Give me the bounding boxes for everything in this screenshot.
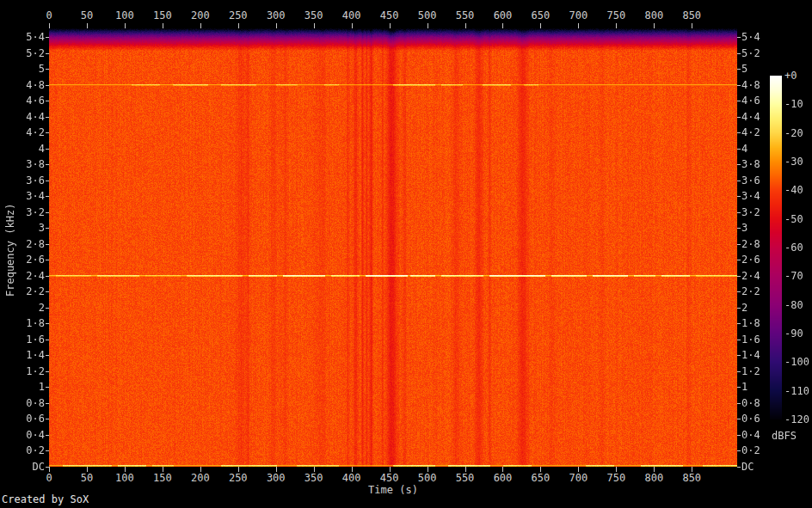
freq-axis-tick-right [737, 291, 741, 292]
colorbar-tick-label: -60 [784, 242, 812, 253]
x-axis-tick-top [428, 23, 428, 28]
freq-axis-tick-right [737, 85, 741, 86]
x-axis-tick-top [692, 23, 692, 28]
freq-axis-tick-left [46, 53, 49, 54]
freq-axis-tick-right [737, 323, 741, 324]
freq-axis-tick-right [737, 53, 741, 54]
freq-axis-tick-label-left: 4 [7, 144, 45, 154]
credit-text: Created by SoX [2, 494, 89, 505]
x-axis-tick-label-top: 600 [483, 10, 521, 21]
freq-axis-tick-label-left: DC [7, 462, 45, 472]
x-axis-tick-top [465, 23, 466, 28]
freq-axis-tick-left [46, 467, 49, 468]
freq-axis-tick-label-right: 1·8 [741, 318, 779, 328]
freq-axis-tick-right [737, 244, 741, 245]
x-axis-tick-top [616, 23, 617, 28]
x-axis-tick-label-bottom: 0 [30, 473, 68, 483]
x-axis-tick-top [390, 23, 391, 28]
freq-axis-tick-label-right: 5 [741, 64, 779, 74]
freq-axis-tick-label-left: 1·6 [7, 334, 45, 345]
colorbar-tick-label: -20 [784, 128, 812, 138]
freq-axis-tick-right [737, 355, 741, 356]
freq-axis-tick-label-right: DC [741, 462, 779, 472]
x-axis-tick-label-top: 700 [559, 10, 597, 21]
x-axis-tick-label-bottom: 500 [409, 473, 446, 483]
x-axis-title: Time (s) [341, 485, 445, 495]
x-axis-tick-label-top: 250 [219, 10, 257, 21]
freq-axis-tick-label-left: 3·8 [7, 159, 45, 169]
freq-axis-tick-left [46, 37, 49, 38]
x-axis-tick-label-bottom: 850 [673, 473, 710, 483]
freq-axis-tick-right [737, 228, 741, 229]
x-axis-tick-top [654, 23, 655, 28]
colorbar-tick-label: -50 [784, 214, 812, 224]
x-axis-tick-top [125, 23, 126, 28]
x-axis-tick-label-top: 300 [257, 10, 295, 21]
freq-axis-tick-left [46, 181, 49, 181]
freq-axis-tick-label-left: 1·8 [7, 318, 45, 328]
freq-axis-tick-right [737, 164, 741, 165]
x-axis-tick-top [49, 23, 50, 28]
freq-axis-tick-label-right: 0·2 [741, 445, 779, 456]
freq-axis-tick-right [737, 149, 741, 150]
freq-axis-tick-left [46, 355, 49, 356]
freq-axis-tick-label-right: 4·4 [741, 112, 779, 122]
x-axis-tick-label-top: 150 [144, 10, 181, 21]
freq-axis-tick-label-left: 1·4 [7, 350, 45, 360]
freq-axis-tick-label-left: 4·6 [7, 95, 45, 106]
x-axis-tick-label-top: 800 [635, 10, 673, 21]
x-axis-tick-label-bottom: 150 [144, 473, 181, 483]
freq-axis-tick-left [46, 85, 49, 86]
colorbar-tick-label: -10 [784, 99, 812, 109]
x-axis-tick-top [276, 23, 277, 28]
colorbar-tick-label: -110 [784, 386, 812, 396]
freq-axis-tick-left [46, 228, 49, 229]
freq-axis-tick-left [46, 164, 49, 165]
freq-axis-tick-label-right: 0·6 [741, 413, 779, 424]
freq-axis-tick-left [46, 419, 49, 419]
x-axis-tick-label-bottom: 800 [635, 473, 673, 483]
freq-axis-tick-right [737, 340, 741, 340]
x-axis-tick-top [87, 23, 88, 28]
freq-axis-tick-right [737, 132, 741, 133]
freq-axis-tick-label-right: 4·2 [741, 127, 779, 138]
freq-axis-tick-right [737, 196, 741, 197]
freq-axis-tick-label-right: 1·6 [741, 334, 779, 345]
freq-axis-tick-label-left: 4·8 [7, 80, 45, 90]
x-axis-tick-label-top: 50 [68, 10, 106, 21]
freq-axis-tick-right [737, 419, 741, 419]
freq-axis-tick-label-right: 4 [741, 144, 779, 154]
freq-axis-tick-label-right: 2·6 [741, 254, 779, 265]
x-axis-tick-label-bottom: 50 [68, 473, 106, 483]
freq-axis-tick-right [737, 276, 741, 277]
x-axis-tick-label-bottom: 550 [446, 473, 484, 483]
freq-axis-tick-left [46, 196, 49, 197]
freq-axis-tick-label-left: 4·2 [7, 127, 45, 138]
freq-axis-tick-left [46, 387, 49, 388]
x-axis-tick-top [578, 23, 579, 28]
x-axis-tick-label-top: 0 [30, 10, 68, 21]
freq-axis-tick-right [737, 101, 741, 101]
freq-axis-tick-left [46, 212, 49, 213]
freq-axis-tick-label-left: 5 [7, 64, 45, 74]
x-axis-tick-label-top: 200 [181, 10, 219, 21]
freq-axis-tick-right [737, 117, 741, 118]
y-axis-title: Frequency (kHz) [5, 204, 15, 297]
colorbar-tick-label: -120 [784, 414, 812, 425]
freq-axis-tick-label-right: 4·6 [741, 95, 779, 106]
x-axis-tick-label-bottom: 400 [333, 473, 371, 483]
x-axis-tick-label-top: 750 [597, 10, 635, 21]
freq-axis-tick-right [737, 37, 741, 38]
freq-axis-tick-label-right: 3·2 [741, 207, 779, 217]
freq-axis-tick-left [46, 435, 49, 436]
freq-axis-tick-left [46, 308, 49, 309]
freq-axis-tick-right [737, 403, 741, 404]
x-axis-tick-top [200, 23, 201, 28]
freq-axis-tick-left [46, 323, 49, 324]
freq-axis-tick-right [737, 387, 741, 388]
freq-axis-tick-label-left: 2 [7, 303, 45, 313]
x-axis-tick-label-bottom: 750 [597, 473, 635, 483]
freq-axis-tick-left [46, 276, 49, 277]
freq-axis-tick-left [46, 132, 49, 133]
x-axis-tick-label-top: 350 [295, 10, 333, 21]
